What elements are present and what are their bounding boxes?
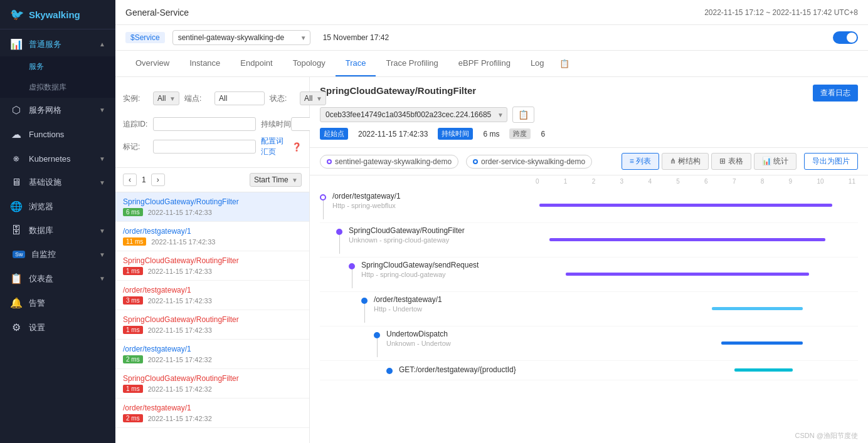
tab-endpoint[interactable]: Endpoint <box>230 51 282 76</box>
copy-trace-id-button[interactable]: 📋 <box>512 107 534 123</box>
span-bar-col-0 <box>533 199 858 212</box>
duration-label: 持续时间: <box>261 119 286 130</box>
instance-select-wrapper: All ▼ <box>153 91 179 105</box>
trace-detail-title: SpringCloudGateway/RoutingFilter <box>320 85 476 96</box>
service-tag-1[interactable]: order-service-skywalking-demo <box>466 155 592 169</box>
logo-text: Skywalking <box>29 9 80 20</box>
alert-label: 告警 <box>29 298 105 309</box>
sidebar-nav: 📊 普通服务 ▲ 服务 虚拟数据库 ⬡ 服务网格 ▼ ☁ Functions ⎈… <box>0 29 115 342</box>
trace-time-1: 2022-11-15 17:42:33 <box>151 238 215 246</box>
span-label: 跨度 <box>509 128 531 139</box>
dashboard-label: 仪表盘 <box>29 273 93 284</box>
sidebar-item-kubernetes[interactable]: ⎈ Kubernetes ▼ <box>0 147 115 170</box>
span-bar-col-3 <box>533 303 858 315</box>
prev-page-button[interactable]: ‹ <box>123 174 137 186</box>
service-select[interactable]: sentinel-gateway-skywalking-de <box>172 30 310 45</box>
infrastructure-arrow: ▼ <box>99 179 105 186</box>
tab-nav: Overview Instance Endpoint Topology Trac… <box>115 51 868 77</box>
view-log-button[interactable]: 查看日志 <box>813 85 858 102</box>
span-bar-4 <box>721 341 803 345</box>
browser-label: 浏览器 <box>29 201 105 212</box>
sidebar-item-self-monitor[interactable]: Sw 自监控 ▼ <box>0 242 115 266</box>
list-view-button[interactable]: ≡ 列表 <box>622 153 659 170</box>
sidebar-item-alert[interactable]: 🔔 告警 <box>0 291 115 315</box>
table-view-button[interactable]: ⊞ 表格 <box>711 153 751 170</box>
service-tag-name-1: order-service-skywalking-demo <box>481 157 585 166</box>
infrastructure-label: 基础设施 <box>29 177 93 188</box>
help-icon: ❓ <box>292 142 302 152</box>
config-vocab-link[interactable]: 配置词汇页 <box>261 136 284 157</box>
tab-icon[interactable]: 📋 <box>554 51 574 76</box>
stats-view-button[interactable]: 📊 统计 <box>754 153 797 170</box>
trace-time-0: 2022-11-15 17:42:33 <box>148 209 212 216</box>
trace-duration-badge-0: 6 ms <box>123 208 143 216</box>
export-button[interactable]: 导出为图片 <box>804 153 858 170</box>
tag-input[interactable] <box>153 140 256 154</box>
span-value: 6 <box>541 130 545 138</box>
span-dot-3 <box>361 298 368 304</box>
trace-item-1[interactable]: /order/testgateway/1 11 ms 2022-11-15 17… <box>115 222 309 251</box>
sidebar-item-settings[interactable]: ⚙ 设置 <box>0 315 115 340</box>
filter-row-instance: 实例: All ▼ 端点: 状态: All ▼ <box>123 85 302 112</box>
tab-topology[interactable]: Topology <box>283 51 336 76</box>
trace-item-name-2: SpringCloudGateway/RoutingFilter <box>123 256 302 265</box>
sidebar-item-general-service[interactable]: 📊 普通服务 ▲ <box>0 32 115 56</box>
trace-item-4[interactable]: SpringCloudGateway/RoutingFilter 1 ms 20… <box>115 310 309 340</box>
span-label-col-2: SpringCloudGateway/sendRequest Http - sp… <box>320 261 533 288</box>
tab-instance[interactable]: Instance <box>179 51 230 76</box>
tab-ebpf-profiling[interactable]: eBPF Profiling <box>448 51 521 76</box>
tab-log[interactable]: Log <box>521 51 554 76</box>
tab-overview[interactable]: Overview <box>125 51 179 76</box>
instance-label: 实例: <box>123 93 148 104</box>
endpoint-input[interactable] <box>214 91 265 105</box>
tab-trace[interactable]: Trace <box>336 51 376 76</box>
database-icon: 🗄 <box>10 225 23 236</box>
tick-4: 4 <box>648 178 652 185</box>
tag-label: 标记: <box>123 142 148 152</box>
trace-item-name-0: SpringCloudGateway/RoutingFilter <box>123 197 302 206</box>
sidebar-item-functions[interactable]: ☁ Functions <box>0 122 115 147</box>
trace-item-5[interactable]: /order/testgateway/1 2 ms 2022-11-15 17:… <box>115 340 309 369</box>
sort-select[interactable]: Start Time <box>250 173 302 187</box>
trace-item-6[interactable]: SpringCloudGateway/RoutingFilter 1 ms 20… <box>115 369 309 399</box>
sidebar-item-dashboard[interactable]: 📋 仪表盘 ▼ <box>0 266 115 291</box>
trace-id-label: 追踪ID: <box>123 119 148 130</box>
sidebar-item-service-mesh[interactable]: ⬡ 服务网格 ▼ <box>0 98 115 122</box>
toggle-button[interactable] <box>833 31 858 44</box>
service-tag-0[interactable]: sentinel-gateway-skywalking-demo <box>320 155 458 169</box>
next-page-button[interactable]: › <box>151 174 165 186</box>
trace-id-select-wrapper: 0ceb33fee14749c1a0345bf002a23cec.224.166… <box>320 107 507 122</box>
trace-item-0[interactable]: SpringCloudGateway/RoutingFilter 6 ms 20… <box>115 192 309 222</box>
trace-visualization: 0 1 2 3 4 5 6 7 8 9 10 11 <box>310 175 868 429</box>
service-mesh-label: 服务网格 <box>29 105 93 116</box>
trace-id-select[interactable]: 0ceb33fee14749c1a0345bf002a23cec.224.166… <box>320 107 507 122</box>
trace-id-input[interactable] <box>153 117 256 131</box>
sidebar-sub-item-service[interactable]: 服务 <box>0 56 115 77</box>
span-bar-col-4 <box>533 337 858 350</box>
trace-item-2[interactable]: SpringCloudGateway/RoutingFilter 1 ms 20… <box>115 251 309 281</box>
span-label-col-5: GET:/order/testgateway/{productId} <box>320 365 533 375</box>
tree-view-button[interactable]: ⋔ 树结构 <box>662 153 709 170</box>
service-tag-dot-1 <box>473 159 478 164</box>
tick-spacer <box>320 178 533 185</box>
trace-item-meta-7: 2 ms 2022-11-15 17:42:32 <box>123 414 302 422</box>
trace-item-3[interactable]: /order/testgateway/1 3 ms 2022-11-15 17:… <box>115 281 309 310</box>
sidebar-item-infrastructure[interactable]: 🖥 基础设施 ▼ <box>0 170 115 194</box>
tab-trace-profiling[interactable]: Trace Profiling <box>376 51 448 76</box>
trace-item-7[interactable]: /order/testgateway/1 2 ms 2022-11-15 17:… <box>115 399 309 428</box>
dashboard-arrow: ▼ <box>99 275 105 282</box>
date-range: 15 November 17:42 <box>323 33 389 42</box>
instance-select[interactable]: All <box>153 91 179 105</box>
tick-1: 1 <box>564 178 568 185</box>
span-sub-0: Http - spring-webflux <box>332 202 401 209</box>
span-name-1: SpringCloudGateway/RoutingFilter <box>349 226 465 236</box>
self-monitor-icon: Sw <box>13 251 25 258</box>
sidebar-sub-item-virtual-db[interactable]: 虚拟数据库 <box>0 77 115 98</box>
sidebar-item-browser[interactable]: 🌐 浏览器 <box>0 194 115 219</box>
functions-label: Functions <box>29 130 105 139</box>
status-select[interactable]: All <box>300 91 326 105</box>
status-select-wrapper: All ▼ <box>300 91 326 105</box>
sidebar-item-database[interactable]: 🗄 数据库 ▼ <box>0 219 115 242</box>
service-tag-dot-0 <box>327 159 332 164</box>
service-select-wrapper: sentinel-gateway-skywalking-de ▼ <box>172 30 310 45</box>
